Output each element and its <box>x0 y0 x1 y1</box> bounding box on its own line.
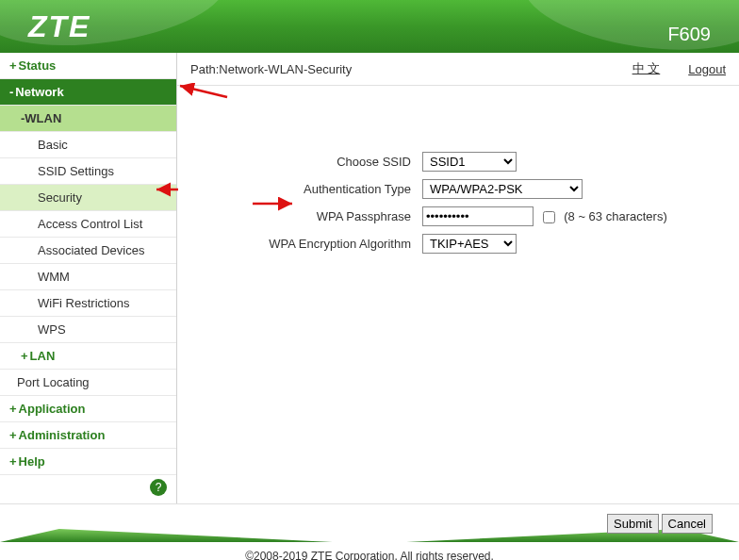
cancel-button[interactable]: Cancel <box>662 514 713 534</box>
sidebar: +Status -Network -WLAN Basic SSID Settin… <box>0 53 177 503</box>
main-area: +Status -Network -WLAN Basic SSID Settin… <box>0 53 739 504</box>
passphrase-hint: (8 ~ 63 characters) <box>564 209 666 223</box>
nav-administration[interactable]: +Administration <box>0 422 176 449</box>
nav-administration-label: Administration <box>19 428 106 442</box>
wlan-security-form: Choose SSID SSID1 Authentication Type WP… <box>177 86 739 280</box>
nav-lan-label: LAN <box>30 349 56 363</box>
label-encryption: WPA Encryption Algorithm <box>196 237 422 251</box>
breadcrumb: Path:Network-WLAN-Security <box>190 62 604 76</box>
help-icon[interactable]: ? <box>150 479 167 496</box>
logout-link[interactable]: Logout <box>688 62 726 76</box>
nav-lan[interactable]: +LAN <box>0 343 176 370</box>
nav-network-label: Network <box>15 85 63 99</box>
submit-button[interactable]: Submit <box>607 514 658 534</box>
model-label: F609 <box>667 24 711 45</box>
nav-associated-devices[interactable]: Associated Devices <box>0 238 176 264</box>
copyright-text: ©2008-2019 ZTE Corporation. All rights r… <box>0 542 739 560</box>
nav-ssid-settings[interactable]: SSID Settings <box>0 158 176 185</box>
nav-application[interactable]: +Application <box>0 396 176 422</box>
nav-status-label: Status <box>19 58 57 73</box>
nav-network[interactable]: -Network <box>0 79 176 106</box>
row-passphrase: WPA Passphrase (8 ~ 63 characters) <box>196 206 720 226</box>
nav-help-label: Help <box>19 454 45 469</box>
label-choose-ssid: Choose SSID <box>196 155 422 169</box>
nav-application-label: Application <box>19 402 86 416</box>
input-passphrase[interactable] <box>422 206 534 226</box>
select-encryption[interactable]: TKIP+AES <box>422 234 517 254</box>
header-bar: ZTE F609 <box>0 0 739 53</box>
nav-acl[interactable]: Access Control List <box>0 211 176 238</box>
nav-status[interactable]: +Status <box>0 53 176 79</box>
row-choose-ssid: Choose SSID SSID1 <box>196 152 720 172</box>
footer-action-bar: Submit Cancel <box>0 504 739 542</box>
label-auth-type: Authentication Type <box>196 182 422 196</box>
checkbox-show-passphrase[interactable] <box>543 211 555 223</box>
nav-wps[interactable]: WPS <box>0 317 176 343</box>
nav-port-locating[interactable]: Port Locating <box>0 370 176 396</box>
brand-logo: ZTE <box>28 9 90 44</box>
nav-wlan[interactable]: -WLAN <box>0 106 176 132</box>
nav-wlan-label: WLAN <box>25 111 61 125</box>
nav-basic[interactable]: Basic <box>0 132 176 158</box>
language-link[interactable]: 中 文 <box>632 60 661 77</box>
label-passphrase: WPA Passphrase <box>196 209 422 223</box>
breadcrumb-bar: Path:Network-WLAN-Security 中 文 Logout <box>177 53 739 86</box>
content-panel: Path:Network-WLAN-Security 中 文 Logout Ch… <box>177 53 739 503</box>
row-encryption: WPA Encryption Algorithm TKIP+AES <box>196 234 720 254</box>
nav-security[interactable]: Security <box>0 185 176 211</box>
nav-wmm[interactable]: WMM <box>0 264 176 290</box>
select-ssid[interactable]: SSID1 <box>422 152 517 172</box>
nav-help[interactable]: +Help <box>0 449 176 475</box>
nav-wifi-restrictions[interactable]: WiFi Restrictions <box>0 290 176 317</box>
select-auth-type[interactable]: WPA/WPA2-PSK <box>422 179 583 199</box>
row-auth-type: Authentication Type WPA/WPA2-PSK <box>196 179 720 199</box>
